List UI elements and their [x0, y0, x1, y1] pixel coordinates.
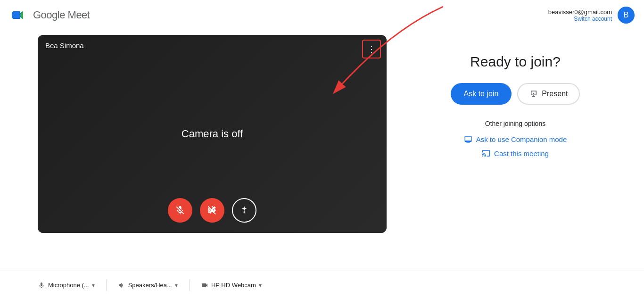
- bottom-bar: Microphone (... ▾ Speakers/Hea... ▾ HP H…: [0, 271, 644, 299]
- microphone-selector[interactable]: Microphone (... ▾: [38, 282, 95, 289]
- join-buttons: Ask to join Present: [451, 83, 580, 105]
- right-panel: Ready to join? Ask to join Present Other…: [424, 35, 606, 163]
- participant-name: Bea Simona: [45, 42, 84, 50]
- mic-off-icon: [175, 205, 185, 216]
- video-inner: Bea Simona ⋮ Camera is off: [38, 35, 387, 233]
- microphone-label: Microphone (...: [48, 282, 89, 289]
- logo-text: Google Meet: [33, 9, 90, 21]
- speakers-icon: [118, 282, 125, 289]
- companion-mode-label: Ask to use Companion mode: [476, 135, 567, 143]
- google-meet-logo-icon: [9, 6, 28, 25]
- webcam-selector[interactable]: HP HD Webcam ▾: [201, 282, 262, 289]
- sparkle-icon: [239, 205, 249, 216]
- video-controls: [168, 198, 256, 223]
- speakers-label: Speakers/Hea...: [128, 282, 172, 289]
- webcam-icon: [201, 282, 208, 289]
- ask-to-join-button[interactable]: Ask to join: [451, 83, 512, 105]
- mute-mic-button[interactable]: [168, 198, 192, 223]
- more-options-button[interactable]: ⋮: [362, 40, 381, 58]
- divider-2: [189, 280, 190, 291]
- avatar[interactable]: B: [618, 7, 635, 24]
- cast-label: Cast this meeting: [494, 150, 549, 158]
- webcam-chevron-icon: ▾: [259, 282, 262, 289]
- companion-mode-link[interactable]: Ask to use Companion mode: [464, 135, 567, 143]
- speakers-chevron-icon: ▾: [175, 282, 178, 289]
- divider-1: [106, 280, 107, 291]
- cast-meeting-link[interactable]: Cast this meeting: [482, 149, 549, 158]
- webcam-label: HP HD Webcam: [211, 282, 256, 289]
- microphone-chevron-icon: ▾: [92, 282, 95, 289]
- video-container: Bea Simona ⋮ Camera is off: [38, 35, 387, 233]
- ready-to-join-title: Ready to join?: [470, 54, 561, 70]
- switch-account-link[interactable]: Switch account: [548, 16, 612, 22]
- present-button[interactable]: Present: [517, 83, 580, 105]
- companion-mode-icon: [464, 135, 472, 143]
- header: Google Meet beavisser0@gmail.com Switch …: [0, 0, 644, 30]
- microphone-icon: [38, 282, 45, 289]
- other-options-label: Other joining options: [485, 120, 545, 127]
- videocam-off-icon: [207, 205, 217, 216]
- speakers-selector[interactable]: Speakers/Hea... ▾: [118, 282, 178, 289]
- svg-rect-3: [12, 12, 20, 18]
- present-icon: [529, 90, 538, 98]
- present-label: Present: [542, 90, 568, 98]
- effects-button[interactable]: [232, 198, 256, 223]
- camera-off-button[interactable]: [200, 198, 224, 223]
- logo-area: Google Meet: [9, 6, 90, 25]
- camera-off-text: Camera is off: [182, 128, 243, 140]
- cast-icon: [482, 149, 490, 158]
- main-content: Bea Simona ⋮ Camera is off: [0, 35, 644, 233]
- user-info: beavisser0@gmail.com Switch account: [548, 8, 612, 22]
- user-area[interactable]: beavisser0@gmail.com Switch account B: [548, 7, 635, 24]
- user-email: beavisser0@gmail.com: [548, 8, 612, 16]
